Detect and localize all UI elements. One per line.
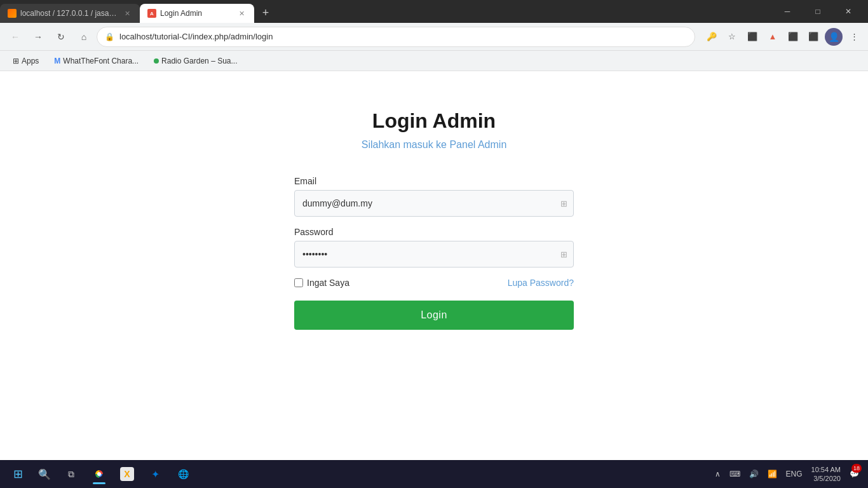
email-field[interactable]: [294, 190, 574, 217]
whatthefont-label: WhatTheFont Chara...: [63, 57, 139, 65]
login-container: Login Admin Silahkan masuk ke Panel Admi…: [294, 109, 574, 330]
email-form-group: Email ⊞: [294, 176, 574, 217]
apps-grid-icon: ⊞: [13, 57, 19, 65]
tray-keyboard[interactable]: ⌨: [726, 463, 744, 485]
remember-me-checkbox[interactable]: [294, 278, 303, 287]
favicon-loginadmin: A: [147, 9, 156, 18]
url-text: localhost/tutorial-CI/index.php/admin/lo…: [119, 32, 687, 41]
bookmark-radiogarden[interactable]: Radio Garden – Sua...: [149, 54, 242, 68]
key-icon[interactable]: 🔑: [703, 28, 721, 46]
vscode-icon: ✦: [151, 468, 159, 480]
nav-icons-right: 🔑 ☆ ⬛ ▲ ⬛ ⬛ 👤 ⋮: [703, 28, 863, 46]
password-form-group: Password ⊞: [294, 227, 574, 268]
tray-lang[interactable]: ENG: [782, 463, 806, 485]
title-bar: localhost / 127.0.0.1 / jasaservice ✕ A …: [0, 0, 868, 23]
profile-icon[interactable]: 👤: [825, 28, 843, 46]
taskbar: ⊞ 🔍 ⧉ X ✦ 🌐 ∧: [0, 460, 868, 488]
page-content: Login Admin Silahkan masuk ke Panel Admi…: [0, 71, 868, 460]
language-text: ENG: [786, 470, 803, 478]
remember-me-text: Ingat Saya: [307, 278, 349, 288]
page-subtitle: Silahkan masuk ke Panel Admin: [362, 139, 507, 151]
task-view-icon: ⧉: [68, 469, 74, 480]
forgot-password-link[interactable]: Lupa Password?: [508, 278, 574, 288]
password-input-wrapper: ⊞: [294, 241, 574, 268]
tray-volume[interactable]: 🔊: [745, 463, 763, 485]
tab1-title: localhost / 127.0.0.1 / jasaservice: [20, 9, 118, 18]
forward-button[interactable]: →: [28, 27, 48, 47]
bookmark-whatthefont[interactable]: M WhatTheFont Chara...: [49, 54, 144, 68]
tray-caret[interactable]: ∧: [711, 463, 724, 485]
window-controls: ─ □ ✕: [768, 0, 868, 23]
tray-notification[interactable]: 💬 18: [846, 463, 863, 485]
extensions-icon3[interactable]: ⬛: [784, 28, 802, 46]
tab-jasaservice[interactable]: localhost / 127.0.0.1 / jasaservice ✕: [0, 4, 140, 23]
date-text: 3/5/2020: [811, 474, 841, 483]
tab-bar: localhost / 127.0.0.1 / jasaservice ✕ A …: [0, 0, 768, 23]
maximize-button[interactable]: □: [803, 0, 832, 23]
taskbar-network[interactable]: 🌐: [170, 463, 196, 485]
minimize-button[interactable]: ─: [773, 0, 802, 23]
favicon-jasaservice: [8, 9, 17, 18]
login-button[interactable]: Login: [294, 301, 574, 330]
address-bar[interactable]: 🔒 localhost/tutorial-CI/index.php/admin/…: [97, 27, 695, 47]
network-icon: 🌐: [178, 469, 189, 479]
reload-button[interactable]: ↻: [51, 27, 71, 47]
new-tab-button[interactable]: +: [257, 4, 275, 22]
taskbar-vscode[interactable]: ✦: [142, 463, 168, 485]
notification-badge: 18: [851, 464, 862, 473]
extensions-icon4[interactable]: ⬛: [804, 28, 822, 46]
tray-time: 10:54 AM 3/5/2020: [811, 465, 841, 484]
navigation-bar: ← → ↻ ⌂ 🔒 localhost/tutorial-CI/index.ph…: [0, 23, 868, 51]
browser-frame: localhost / 127.0.0.1 / jasaservice ✕ A …: [0, 0, 868, 488]
chrome-icon: [93, 468, 105, 480]
home-button[interactable]: ⌂: [74, 27, 94, 47]
password-field[interactable]: [294, 241, 574, 268]
menu-button[interactable]: ⋮: [845, 28, 863, 46]
close-button[interactable]: ✕: [834, 0, 863, 23]
tab2-close[interactable]: ✕: [236, 8, 247, 18]
whatthefont-icon: M: [54, 57, 60, 65]
taskbar-xampp[interactable]: X: [114, 463, 140, 485]
tray-datetime[interactable]: 10:54 AM 3/5/2020: [808, 463, 844, 485]
password-label: Password: [294, 227, 574, 237]
page-title: Login Admin: [372, 109, 496, 133]
tab2-title: Login Admin: [160, 9, 233, 18]
search-icon: 🔍: [38, 468, 51, 480]
start-button[interactable]: ⊞: [5, 463, 31, 485]
system-tray: ∧ ⌨ 🔊 📶 ENG 10:54 AM 3/5/2020 💬 18: [711, 463, 864, 485]
apps-label: Apps: [22, 57, 39, 65]
radiogarden-label: Radio Garden – Sua...: [161, 57, 237, 65]
time-text: 10:54 AM: [811, 465, 841, 474]
extensions-icon1[interactable]: ⬛: [743, 28, 761, 46]
email-label: Email: [294, 176, 574, 186]
email-autofill-icon: ⊞: [560, 199, 567, 208]
taskbar-search[interactable]: 🔍: [33, 463, 56, 485]
svg-point-1: [97, 472, 101, 476]
bookmarks-apps[interactable]: ⊞ Apps: [8, 54, 44, 68]
task-view-button[interactable]: ⧉: [58, 463, 84, 485]
taskbar-chrome[interactable]: [86, 463, 112, 485]
tray-network[interactable]: 📶: [764, 463, 781, 485]
email-input-wrapper: ⊞: [294, 190, 574, 217]
windows-icon: ⊞: [13, 467, 23, 481]
bookmarks-bar: ⊞ Apps M WhatTheFont Chara... Radio Gard…: [0, 51, 868, 71]
extensions-icon2[interactable]: ▲: [764, 28, 782, 46]
tab-loginadmin[interactable]: A Login Admin ✕: [140, 4, 254, 23]
form-footer: Ingat Saya Lupa Password?: [294, 278, 574, 288]
remember-me-label[interactable]: Ingat Saya: [294, 278, 349, 288]
bookmark-star-icon[interactable]: ☆: [723, 28, 741, 46]
tab1-close[interactable]: ✕: [122, 8, 132, 18]
xampp-icon: X: [120, 467, 134, 481]
back-button[interactable]: ←: [5, 27, 25, 47]
radiogarden-icon: [154, 58, 159, 64]
lock-icon: 🔒: [105, 32, 114, 41]
password-autofill-icon: ⊞: [560, 250, 567, 259]
